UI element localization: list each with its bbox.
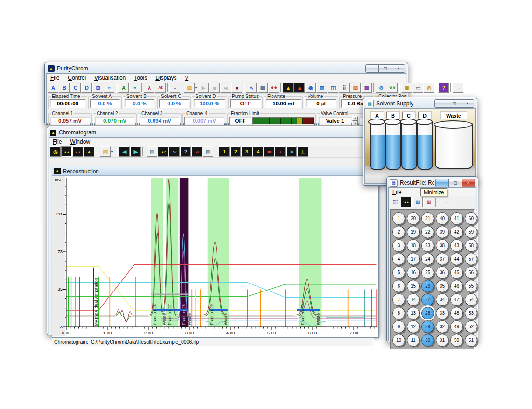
valve-spinner[interactable]: ▴▾ (352, 116, 358, 125)
well-39[interactable]: 39 (436, 226, 448, 238)
scroll-right-button[interactable]: ▶ (130, 146, 141, 157)
well-14[interactable]: 14 (407, 293, 420, 306)
well-6[interactable]: 6 (392, 280, 405, 292)
well-56[interactable]: 56 (465, 266, 477, 279)
well-60[interactable]: 60 (465, 212, 477, 225)
menu-visualisation[interactable]: Visualisation (94, 75, 126, 81)
well-8[interactable]: 8 (392, 307, 405, 319)
annotation-pen-button[interactable]: ∿ (246, 83, 257, 93)
well-50[interactable]: 50 (450, 334, 463, 347)
all-channels-view-button[interactable]: ▲▲ (61, 146, 72, 157)
well-58[interactable]: 58 (465, 239, 477, 252)
open-chromatogram-button[interactable]: ▤ (100, 146, 111, 157)
scroll-left-button[interactable]: ◀ (119, 146, 130, 157)
resultfile-titlebar[interactable]: ▦ ResultFile: ResultFile... – ▢ × (388, 178, 476, 187)
collector-table-button[interactable]: ⊞ (412, 197, 423, 207)
well-47[interactable]: 47 (450, 293, 463, 306)
wavelength-lambda-button[interactable]: λ (144, 83, 154, 93)
well-5[interactable]: 5 (392, 266, 405, 279)
chromatogram-plot[interactable]: My Individual AnnotationFraction 26Fract… (52, 176, 378, 336)
solvent-droplets-blue-button[interactable]: ●● (104, 83, 114, 93)
run-step-button[interactable]: ▶▮ (220, 83, 231, 93)
droplet-lock-button[interactable]: ●▪ (169, 83, 180, 93)
copy-clipboard-button[interactable]: ▤ (147, 146, 157, 157)
maximize-button[interactable]: ▢ (448, 99, 461, 108)
valve-scheme-button[interactable]: ▥ (316, 83, 327, 93)
well-34[interactable]: 34 (436, 293, 448, 306)
menu-file[interactable]: File (392, 189, 401, 195)
rack-view-button[interactable]: ⣿⣿ (390, 197, 400, 207)
reconstruction-titlebar[interactable]: ▲ Reconstruction (52, 166, 378, 176)
well-11[interactable]: 11 (407, 334, 420, 347)
well-19[interactable]: 19 (407, 226, 420, 238)
run-stop-button[interactable]: ■ (231, 83, 242, 93)
multi-channel-view-button[interactable]: ▲▲ (72, 146, 83, 157)
autozero-a-button[interactable]: A (118, 83, 129, 93)
visualisation-eye-button[interactable]: ◉ (305, 83, 316, 93)
well-26[interactable]: 26 (421, 280, 434, 292)
menu-tools[interactable]: Tools (134, 75, 147, 81)
well-4[interactable]: 4 (392, 253, 405, 265)
menu-file[interactable]: File (53, 139, 62, 145)
channel-4-view-button[interactable]: 4 (252, 146, 263, 157)
exit-resultfile-button[interactable]: → (440, 197, 450, 207)
well-32[interactable]: 32 (436, 320, 448, 333)
well-53[interactable]: 53 (465, 307, 477, 319)
spin-up-icon[interactable]: ▴ (352, 116, 358, 121)
print-button[interactable]: ▤ (203, 146, 213, 157)
well-16[interactable]: 16 (407, 266, 420, 279)
time-axis-view-button[interactable]: ◷ (50, 146, 61, 157)
operators-group-button[interactable]: ☻☻ (268, 83, 279, 93)
menu-displays[interactable]: Displays (155, 75, 176, 81)
info-query-button[interactable]: ? (180, 146, 191, 157)
well-40[interactable]: 40 (436, 212, 448, 225)
well-45[interactable]: 45 (450, 266, 463, 279)
run-play-button[interactable]: ▶ (198, 83, 209, 93)
help-book-button[interactable]: ? (438, 83, 449, 93)
well-59[interactable]: 59 (465, 226, 477, 238)
well-7[interactable]: 7 (392, 293, 405, 306)
solvent-droplets-green-button[interactable]: ●● (129, 83, 140, 93)
well-55[interactable]: 55 (465, 280, 477, 292)
chromatogram-display-button[interactable]: ▲ (283, 83, 294, 93)
well-43[interactable]: 43 (450, 239, 463, 252)
pump-b-button[interactable]: B (59, 83, 70, 93)
level-indicator-button[interactable]: ▤ (350, 83, 361, 93)
valve-3d-button[interactable]: ◫ (328, 83, 338, 93)
well-27[interactable]: 27 (421, 293, 434, 306)
well-21[interactable]: 21 (421, 212, 434, 225)
channel-2-view-button[interactable]: 2 (230, 146, 241, 157)
well-38[interactable]: 38 (436, 239, 448, 252)
exit-program-button[interactable]: → (453, 83, 463, 93)
well-28[interactable]: 28 (421, 307, 434, 319)
well-12[interactable]: 12 (407, 320, 420, 333)
well-46[interactable]: 46 (450, 280, 463, 292)
chromatogram-titlebar[interactable]: ▲ Chromatogram (49, 128, 377, 137)
open-chromatogram-dropdown-arrow-icon[interactable]: ▾ (111, 150, 113, 154)
well-44[interactable]: 44 (450, 253, 463, 265)
data-table-button[interactable]: ▦ (361, 83, 372, 93)
menu--[interactable]: ? (185, 75, 189, 81)
pump-c-button[interactable]: C (70, 83, 81, 93)
well-3[interactable]: 3 (392, 239, 405, 252)
well-18[interactable]: 18 (407, 239, 420, 252)
well-29[interactable]: 29 (421, 320, 434, 333)
well-31[interactable]: 31 (436, 334, 448, 347)
overlay-curves-button[interactable]: × (286, 146, 297, 157)
well-20[interactable]: 20 (407, 212, 420, 225)
solvent-supply-titlebar[interactable]: ▦ Solvent Supply – ▢ × (364, 99, 476, 108)
well-33[interactable]: 33 (436, 307, 448, 319)
well-37[interactable]: 37 (436, 253, 448, 265)
well-15[interactable]: 15 (407, 280, 420, 292)
puritychrom-titlebar[interactable]: ▲ PurityChrom – ▢ × (46, 64, 406, 73)
well-9[interactable]: 9 (392, 320, 405, 333)
delete-marks-button[interactable]: ▲× (191, 146, 202, 157)
well-54[interactable]: 54 (465, 293, 477, 306)
open-method-folder-button[interactable]: ▤ (184, 83, 195, 93)
users-button[interactable]: ☻☻ (387, 83, 398, 93)
open-method-folder-dropdown-arrow-icon[interactable]: ▾ (195, 86, 197, 90)
menu-window[interactable]: Window (70, 139, 90, 145)
pump-a-button[interactable]: A (48, 83, 58, 93)
baseline-ruler-button[interactable]: ⊥ (297, 146, 308, 157)
peak-query-button[interactable]: ▲? (158, 146, 168, 157)
